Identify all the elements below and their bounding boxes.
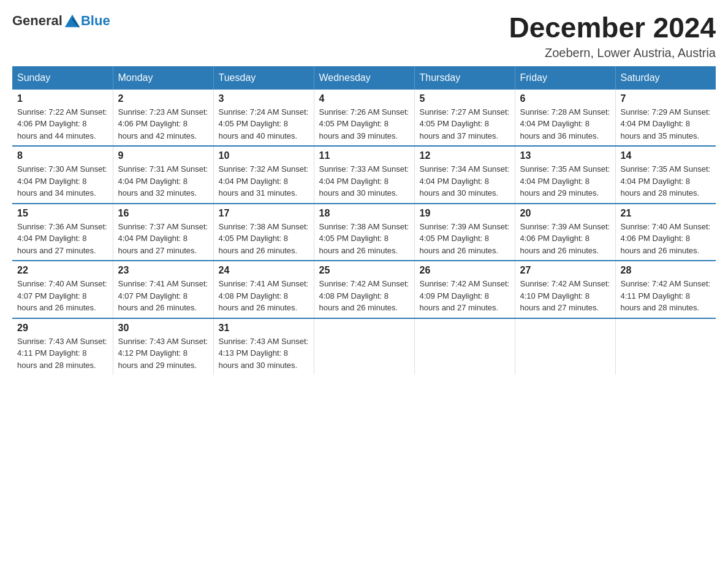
day-number: 17 bbox=[219, 208, 309, 219]
calendar-week-row: 22Sunrise: 7:40 AM Sunset: 4:07 PM Dayli… bbox=[12, 261, 716, 318]
day-number: 14 bbox=[621, 150, 711, 161]
weekday-header-saturday: Saturday bbox=[615, 66, 716, 90]
logo: General Blue bbox=[12, 12, 110, 29]
day-number: 4 bbox=[319, 93, 409, 104]
day-info: Sunrise: 7:42 AM Sunset: 4:08 PM Dayligh… bbox=[319, 278, 409, 314]
calendar-day-cell: 18Sunrise: 7:38 AM Sunset: 4:05 PM Dayli… bbox=[314, 204, 414, 261]
day-number: 19 bbox=[420, 208, 510, 219]
day-info: Sunrise: 7:37 AM Sunset: 4:04 PM Dayligh… bbox=[118, 221, 208, 257]
calendar-day-cell bbox=[414, 318, 515, 375]
calendar-day-cell: 2Sunrise: 7:23 AM Sunset: 4:06 PM Daylig… bbox=[113, 90, 213, 147]
day-number: 6 bbox=[520, 93, 610, 104]
day-info: Sunrise: 7:40 AM Sunset: 4:07 PM Dayligh… bbox=[17, 278, 108, 314]
day-info: Sunrise: 7:43 AM Sunset: 4:13 PM Dayligh… bbox=[219, 335, 309, 372]
weekday-header-thursday: Thursday bbox=[414, 66, 515, 90]
day-info: Sunrise: 7:27 AM Sunset: 4:05 PM Dayligh… bbox=[420, 106, 510, 142]
location: Zoebern, Lower Austria, Austria bbox=[509, 46, 716, 60]
page-header: General Blue December 2024 Zoebern, Lowe… bbox=[12, 12, 716, 60]
calendar-week-row: 1Sunrise: 7:22 AM Sunset: 4:06 PM Daylig… bbox=[12, 90, 716, 147]
day-number: 2 bbox=[118, 93, 208, 104]
calendar-day-cell: 14Sunrise: 7:35 AM Sunset: 4:04 PM Dayli… bbox=[615, 146, 716, 204]
logo-icon bbox=[64, 12, 81, 29]
day-info: Sunrise: 7:40 AM Sunset: 4:06 PM Dayligh… bbox=[621, 221, 711, 257]
title-block: December 2024 Zoebern, Lower Austria, Au… bbox=[509, 12, 716, 60]
calendar-day-cell: 17Sunrise: 7:38 AM Sunset: 4:05 PM Dayli… bbox=[213, 204, 314, 261]
calendar-week-row: 29Sunrise: 7:43 AM Sunset: 4:11 PM Dayli… bbox=[12, 318, 716, 375]
day-info: Sunrise: 7:39 AM Sunset: 4:06 PM Dayligh… bbox=[520, 221, 610, 257]
day-number: 20 bbox=[520, 208, 610, 219]
day-info: Sunrise: 7:42 AM Sunset: 4:10 PM Dayligh… bbox=[520, 278, 610, 314]
day-info: Sunrise: 7:33 AM Sunset: 4:04 PM Dayligh… bbox=[319, 163, 409, 199]
calendar-day-cell: 8Sunrise: 7:30 AM Sunset: 4:04 PM Daylig… bbox=[12, 146, 113, 204]
weekday-header-sunday: Sunday bbox=[12, 66, 113, 90]
day-number: 10 bbox=[219, 150, 309, 161]
day-number: 7 bbox=[621, 93, 711, 104]
day-number: 22 bbox=[17, 265, 108, 276]
calendar-day-cell bbox=[515, 318, 615, 375]
calendar-day-cell: 25Sunrise: 7:42 AM Sunset: 4:08 PM Dayli… bbox=[314, 261, 414, 318]
logo-blue-text: Blue bbox=[81, 13, 110, 29]
day-info: Sunrise: 7:42 AM Sunset: 4:09 PM Dayligh… bbox=[420, 278, 510, 314]
day-info: Sunrise: 7:23 AM Sunset: 4:06 PM Dayligh… bbox=[118, 106, 208, 142]
day-info: Sunrise: 7:22 AM Sunset: 4:06 PM Dayligh… bbox=[17, 106, 108, 142]
day-info: Sunrise: 7:35 AM Sunset: 4:04 PM Dayligh… bbox=[520, 163, 610, 199]
calendar-day-cell: 16Sunrise: 7:37 AM Sunset: 4:04 PM Dayli… bbox=[113, 204, 213, 261]
calendar-day-cell: 22Sunrise: 7:40 AM Sunset: 4:07 PM Dayli… bbox=[12, 261, 113, 318]
day-info: Sunrise: 7:24 AM Sunset: 4:05 PM Dayligh… bbox=[219, 106, 309, 142]
day-info: Sunrise: 7:31 AM Sunset: 4:04 PM Dayligh… bbox=[118, 163, 208, 199]
day-number: 11 bbox=[319, 150, 409, 161]
calendar-day-cell: 4Sunrise: 7:26 AM Sunset: 4:05 PM Daylig… bbox=[314, 90, 414, 147]
day-info: Sunrise: 7:39 AM Sunset: 4:05 PM Dayligh… bbox=[420, 221, 510, 257]
calendar-day-cell: 3Sunrise: 7:24 AM Sunset: 4:05 PM Daylig… bbox=[213, 90, 314, 147]
day-info: Sunrise: 7:32 AM Sunset: 4:04 PM Dayligh… bbox=[219, 163, 309, 199]
calendar-day-cell: 6Sunrise: 7:28 AM Sunset: 4:04 PM Daylig… bbox=[515, 90, 615, 147]
day-number: 26 bbox=[420, 265, 510, 276]
weekday-header-row: SundayMondayTuesdayWednesdayThursdayFrid… bbox=[12, 66, 716, 90]
day-number: 25 bbox=[319, 265, 409, 276]
calendar-day-cell: 30Sunrise: 7:43 AM Sunset: 4:12 PM Dayli… bbox=[113, 318, 213, 375]
calendar-day-cell: 28Sunrise: 7:42 AM Sunset: 4:11 PM Dayli… bbox=[615, 261, 716, 318]
day-info: Sunrise: 7:26 AM Sunset: 4:05 PM Dayligh… bbox=[319, 106, 409, 142]
day-number: 21 bbox=[621, 208, 711, 219]
calendar-day-cell: 26Sunrise: 7:42 AM Sunset: 4:09 PM Dayli… bbox=[414, 261, 515, 318]
calendar-day-cell: 20Sunrise: 7:39 AM Sunset: 4:06 PM Dayli… bbox=[515, 204, 615, 261]
day-number: 18 bbox=[319, 208, 409, 219]
calendar-day-cell: 1Sunrise: 7:22 AM Sunset: 4:06 PM Daylig… bbox=[12, 90, 113, 147]
calendar-day-cell: 29Sunrise: 7:43 AM Sunset: 4:11 PM Dayli… bbox=[12, 318, 113, 375]
day-number: 24 bbox=[219, 265, 309, 276]
calendar-week-row: 8Sunrise: 7:30 AM Sunset: 4:04 PM Daylig… bbox=[12, 146, 716, 204]
calendar-day-cell: 23Sunrise: 7:41 AM Sunset: 4:07 PM Dayli… bbox=[113, 261, 213, 318]
weekday-header-friday: Friday bbox=[515, 66, 615, 90]
day-number: 28 bbox=[621, 265, 711, 276]
calendar-day-cell: 24Sunrise: 7:41 AM Sunset: 4:08 PM Dayli… bbox=[213, 261, 314, 318]
calendar-day-cell: 12Sunrise: 7:34 AM Sunset: 4:04 PM Dayli… bbox=[414, 146, 515, 204]
day-number: 9 bbox=[118, 150, 208, 161]
calendar-day-cell: 13Sunrise: 7:35 AM Sunset: 4:04 PM Dayli… bbox=[515, 146, 615, 204]
day-number: 5 bbox=[420, 93, 510, 104]
calendar-day-cell: 31Sunrise: 7:43 AM Sunset: 4:13 PM Dayli… bbox=[213, 318, 314, 375]
day-number: 12 bbox=[420, 150, 510, 161]
day-info: Sunrise: 7:34 AM Sunset: 4:04 PM Dayligh… bbox=[420, 163, 510, 199]
day-info: Sunrise: 7:38 AM Sunset: 4:05 PM Dayligh… bbox=[219, 221, 309, 257]
day-info: Sunrise: 7:36 AM Sunset: 4:04 PM Dayligh… bbox=[17, 221, 108, 257]
day-info: Sunrise: 7:30 AM Sunset: 4:04 PM Dayligh… bbox=[17, 163, 108, 199]
calendar-day-cell bbox=[314, 318, 414, 375]
day-number: 23 bbox=[118, 265, 208, 276]
weekday-header-tuesday: Tuesday bbox=[213, 66, 314, 90]
day-info: Sunrise: 7:41 AM Sunset: 4:07 PM Dayligh… bbox=[118, 278, 208, 314]
calendar-table: SundayMondayTuesdayWednesdayThursdayFrid… bbox=[12, 66, 716, 375]
day-number: 27 bbox=[520, 265, 610, 276]
calendar-day-cell: 19Sunrise: 7:39 AM Sunset: 4:05 PM Dayli… bbox=[414, 204, 515, 261]
day-number: 13 bbox=[520, 150, 610, 161]
weekday-header-wednesday: Wednesday bbox=[314, 66, 414, 90]
day-number: 1 bbox=[17, 93, 108, 104]
calendar-day-cell: 15Sunrise: 7:36 AM Sunset: 4:04 PM Dayli… bbox=[12, 204, 113, 261]
logo-general-text: General bbox=[12, 13, 63, 29]
day-info: Sunrise: 7:42 AM Sunset: 4:11 PM Dayligh… bbox=[621, 278, 711, 314]
day-info: Sunrise: 7:28 AM Sunset: 4:04 PM Dayligh… bbox=[520, 106, 610, 142]
calendar-day-cell: 9Sunrise: 7:31 AM Sunset: 4:04 PM Daylig… bbox=[113, 146, 213, 204]
day-info: Sunrise: 7:38 AM Sunset: 4:05 PM Dayligh… bbox=[319, 221, 409, 257]
day-number: 3 bbox=[219, 93, 309, 104]
month-title: December 2024 bbox=[509, 12, 716, 44]
day-number: 16 bbox=[118, 208, 208, 219]
